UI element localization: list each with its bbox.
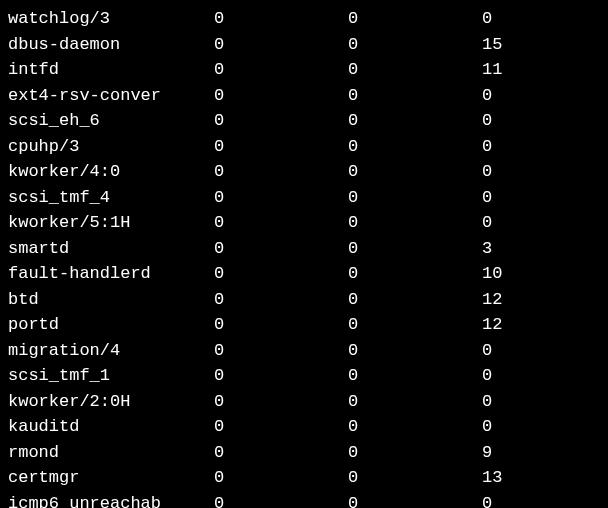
process-name: cpuhp/3 bbox=[8, 134, 214, 160]
table-row: kworker/4:0000 bbox=[8, 159, 600, 185]
col-3: 15 bbox=[482, 32, 502, 58]
col-3: 0 bbox=[482, 389, 492, 415]
col-1: 0 bbox=[214, 363, 348, 389]
process-name: portd bbox=[8, 312, 214, 338]
table-row: ext4-rsv-conver000 bbox=[8, 83, 600, 109]
col-2: 0 bbox=[348, 185, 482, 211]
col-1: 0 bbox=[214, 6, 348, 32]
col-1: 0 bbox=[214, 261, 348, 287]
process-name: kworker/2:0H bbox=[8, 389, 214, 415]
process-name: fault-handlerd bbox=[8, 261, 214, 287]
process-name: certmgr bbox=[8, 465, 214, 491]
col-2: 0 bbox=[348, 210, 482, 236]
table-row: fault-handlerd0010 bbox=[8, 261, 600, 287]
process-name: ext4-rsv-conver bbox=[8, 83, 214, 109]
col-3: 0 bbox=[482, 338, 492, 364]
col-3: 10 bbox=[482, 261, 502, 287]
col-1: 0 bbox=[214, 185, 348, 211]
col-3: 9 bbox=[482, 440, 492, 466]
table-row: kworker/5:1H000 bbox=[8, 210, 600, 236]
col-1: 0 bbox=[214, 108, 348, 134]
col-2: 0 bbox=[348, 6, 482, 32]
process-name: btd bbox=[8, 287, 214, 313]
table-row: migration/4000 bbox=[8, 338, 600, 364]
col-3: 3 bbox=[482, 236, 492, 262]
col-2: 0 bbox=[348, 57, 482, 83]
col-1: 0 bbox=[214, 83, 348, 109]
col-1: 0 bbox=[214, 440, 348, 466]
table-row: rmond009 bbox=[8, 440, 600, 466]
table-row: portd0012 bbox=[8, 312, 600, 338]
col-1: 0 bbox=[214, 210, 348, 236]
table-row: scsi_eh_6000 bbox=[8, 108, 600, 134]
col-1: 0 bbox=[214, 236, 348, 262]
process-name: scsi_tmf_4 bbox=[8, 185, 214, 211]
col-3: 0 bbox=[482, 83, 492, 109]
col-2: 0 bbox=[348, 32, 482, 58]
col-2: 0 bbox=[348, 108, 482, 134]
col-3: 0 bbox=[482, 134, 492, 160]
col-2: 0 bbox=[348, 261, 482, 287]
col-2: 0 bbox=[348, 465, 482, 491]
table-row: kauditd000 bbox=[8, 414, 600, 440]
col-2: 0 bbox=[348, 491, 482, 509]
process-name: rmond bbox=[8, 440, 214, 466]
table-row: scsi_tmf_4000 bbox=[8, 185, 600, 211]
col-2: 0 bbox=[348, 159, 482, 185]
col-1: 0 bbox=[214, 491, 348, 509]
col-3: 12 bbox=[482, 287, 502, 313]
process-name: intfd bbox=[8, 57, 214, 83]
process-name: scsi_tmf_1 bbox=[8, 363, 214, 389]
table-row: dbus-daemon0015 bbox=[8, 32, 600, 58]
col-1: 0 bbox=[214, 134, 348, 160]
col-2: 0 bbox=[348, 363, 482, 389]
process-name: kauditd bbox=[8, 414, 214, 440]
col-3: 0 bbox=[482, 210, 492, 236]
process-name: kworker/5:1H bbox=[8, 210, 214, 236]
col-1: 0 bbox=[214, 465, 348, 491]
table-row: icmp6_unreachab000 bbox=[8, 491, 600, 509]
col-3: 0 bbox=[482, 159, 492, 185]
col-3: 11 bbox=[482, 57, 502, 83]
process-name: dbus-daemon bbox=[8, 32, 214, 58]
col-1: 0 bbox=[214, 287, 348, 313]
col-1: 0 bbox=[214, 159, 348, 185]
col-3: 0 bbox=[482, 363, 492, 389]
table-row: watchlog/3000 bbox=[8, 6, 600, 32]
process-name: scsi_eh_6 bbox=[8, 108, 214, 134]
col-1: 0 bbox=[214, 32, 348, 58]
col-3: 0 bbox=[482, 108, 492, 134]
col-3: 13 bbox=[482, 465, 502, 491]
col-1: 0 bbox=[214, 312, 348, 338]
col-2: 0 bbox=[348, 312, 482, 338]
process-table: watchlog/3000dbus-daemon0015intfd0011ext… bbox=[8, 6, 600, 508]
table-row: certmgr0013 bbox=[8, 465, 600, 491]
col-2: 0 bbox=[348, 83, 482, 109]
process-name: icmp6_unreachab bbox=[8, 491, 214, 509]
col-3: 0 bbox=[482, 6, 492, 32]
col-3: 0 bbox=[482, 414, 492, 440]
col-2: 0 bbox=[348, 414, 482, 440]
col-2: 0 bbox=[348, 338, 482, 364]
table-row: btd0012 bbox=[8, 287, 600, 313]
col-2: 0 bbox=[348, 134, 482, 160]
col-2: 0 bbox=[348, 287, 482, 313]
col-2: 0 bbox=[348, 440, 482, 466]
table-row: cpuhp/3000 bbox=[8, 134, 600, 160]
process-name: smartd bbox=[8, 236, 214, 262]
col-1: 0 bbox=[214, 389, 348, 415]
table-row: kworker/2:0H000 bbox=[8, 389, 600, 415]
col-1: 0 bbox=[214, 414, 348, 440]
table-row: scsi_tmf_1000 bbox=[8, 363, 600, 389]
table-row: intfd0011 bbox=[8, 57, 600, 83]
col-2: 0 bbox=[348, 389, 482, 415]
col-3: 0 bbox=[482, 491, 492, 509]
col-3: 0 bbox=[482, 185, 492, 211]
table-row: smartd003 bbox=[8, 236, 600, 262]
col-3: 12 bbox=[482, 312, 502, 338]
process-name: watchlog/3 bbox=[8, 6, 214, 32]
process-name: migration/4 bbox=[8, 338, 214, 364]
col-2: 0 bbox=[348, 236, 482, 262]
col-1: 0 bbox=[214, 57, 348, 83]
col-1: 0 bbox=[214, 338, 348, 364]
